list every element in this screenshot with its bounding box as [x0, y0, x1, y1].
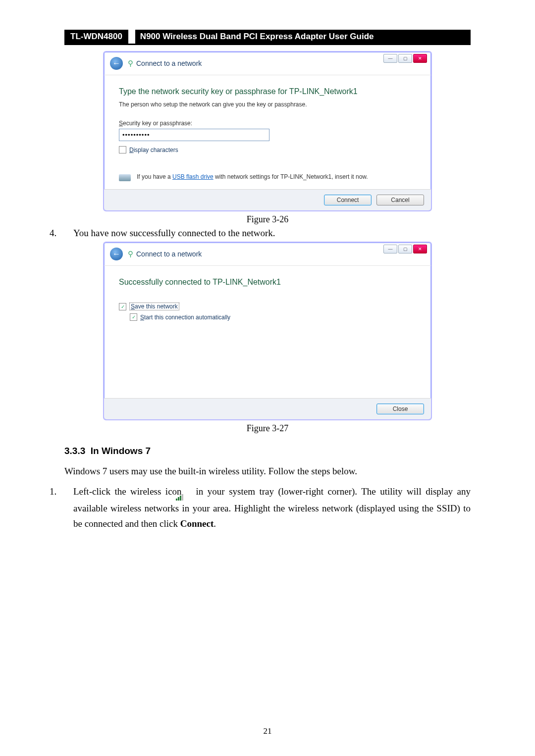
save-network-checkbox[interactable]: ✓: [119, 303, 126, 310]
model-label: TL-WDN4800: [64, 30, 128, 44]
step-4: 4.You have now successfully connected to…: [64, 228, 471, 239]
close-button[interactable]: ✕: [413, 245, 427, 253]
cancel-button[interactable]: Cancel: [376, 195, 424, 205]
instruction-text: Type the network security key or passphr…: [119, 87, 416, 96]
maximize-button[interactable]: ▢: [398, 54, 412, 63]
save-network-label: Save this network: [129, 302, 179, 310]
doc-header: TL-WDN4800 N900 Wireless Dual Band PCI E…: [64, 30, 471, 45]
signal-bars-icon: [188, 485, 190, 500]
back-button[interactable]: ←: [110, 57, 123, 70]
sub-text: The person who setup the network can giv…: [119, 101, 416, 108]
window-controls: — ▢ ✕: [383, 54, 427, 63]
window-controls: — ▢ ✕: [383, 245, 427, 253]
network-icon: ⚲: [128, 250, 133, 258]
passphrase-input[interactable]: [119, 129, 269, 141]
figure-caption-1: Figure 3-26: [64, 214, 471, 225]
close-dialog-button[interactable]: Close: [376, 403, 424, 414]
usb-hint: If you have a USB flash drive with netwo…: [119, 173, 416, 181]
connect-dialog-success: — ▢ ✕ ← ⚲ Connect to a network Successfu…: [103, 242, 432, 420]
minimize-button[interactable]: —: [383, 54, 397, 63]
dialog-title: Connect to a network: [136, 250, 202, 258]
usb-drive-icon: [119, 174, 131, 181]
figure-caption-2: Figure 3-27: [64, 423, 471, 434]
minimize-button[interactable]: —: [383, 245, 397, 253]
auto-start-label: Start this connection automatically: [140, 314, 230, 321]
success-text: Successfully connected to TP-LINK_Networ…: [119, 278, 416, 287]
passphrase-label: Security key or passphrase:: [119, 120, 416, 127]
connect-dialog-passphrase: — ▢ ✕ ← ⚲ Connect to a network Type the …: [103, 51, 432, 211]
maximize-button[interactable]: ▢: [398, 245, 412, 253]
section-heading: 3.3.3 In Windows 7: [64, 446, 471, 456]
page-number: 21: [0, 726, 535, 736]
network-icon: ⚲: [128, 59, 133, 68]
display-chars-label: Display characters: [129, 147, 178, 153]
step-1: 1.Left-click the wireless icon in your s…: [64, 484, 471, 531]
back-button[interactable]: ←: [110, 248, 123, 260]
auto-start-checkbox[interactable]: ✓: [130, 313, 137, 321]
connect-button[interactable]: Connect: [324, 195, 372, 205]
close-button[interactable]: ✕: [413, 54, 427, 63]
doc-title: N900 Wireless Dual Band PCI Express Adap…: [135, 30, 471, 44]
display-chars-checkbox[interactable]: [119, 146, 126, 153]
usb-link[interactable]: USB flash drive: [172, 173, 214, 180]
dialog-title: Connect to a network: [136, 59, 202, 67]
intro-paragraph: Windows 7 users may use the built-in wir…: [64, 463, 471, 479]
